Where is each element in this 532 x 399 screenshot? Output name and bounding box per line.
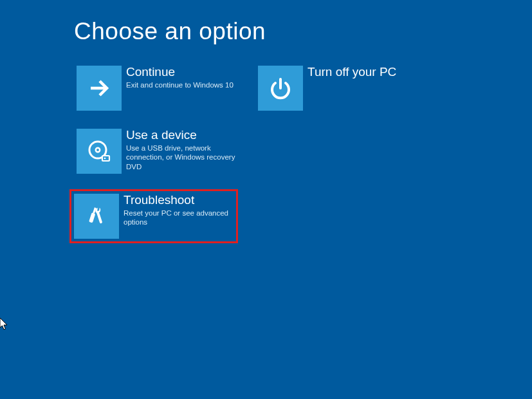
mouse-cursor-icon	[0, 318, 9, 331]
svg-point-4	[104, 158, 106, 160]
option-continue[interactable]: Continue Exit and continue to Windows 10	[74, 63, 241, 113]
options-column-right: Turn off your PC	[255, 63, 423, 243]
svg-point-2	[96, 148, 100, 152]
option-continue-text: Continue Exit and continue to Windows 10	[126, 66, 234, 89]
arrow-right-icon	[77, 66, 122, 111]
option-continue-desc: Exit and continue to Windows 10	[126, 80, 234, 89]
svg-rect-6	[89, 212, 95, 223]
page-title: Choose an option	[74, 18, 532, 45]
option-continue-title: Continue	[126, 66, 234, 79]
option-turn-off[interactable]: Turn off your PC	[255, 63, 423, 113]
svg-rect-3	[102, 156, 109, 161]
option-troubleshoot-desc: Reset your PC or see advanced options	[124, 209, 233, 227]
power-icon	[258, 66, 303, 111]
option-troubleshoot-text: Troubleshoot Reset your PC or see advanc…	[124, 194, 233, 227]
option-use-device-desc: Use a USB drive, network connection, or …	[126, 144, 235, 171]
option-troubleshoot-title: Troubleshoot	[124, 194, 233, 207]
option-use-device-title: Use a device	[126, 129, 235, 142]
option-turn-off-text: Turn off your PC	[307, 66, 396, 80]
option-troubleshoot[interactable]: Troubleshoot Reset your PC or see advanc…	[69, 189, 238, 243]
recovery-screen: Choose an option Continue Exit and conti…	[0, 0, 532, 243]
options-grid: Continue Exit and continue to Windows 10	[74, 63, 532, 243]
option-use-device-text: Use a device Use a USB drive, network co…	[126, 129, 235, 171]
option-use-device[interactable]: Use a device Use a USB drive, network co…	[74, 126, 241, 176]
options-column-left: Continue Exit and continue to Windows 10	[74, 63, 241, 243]
option-turn-off-title: Turn off your PC	[307, 66, 396, 79]
disc-device-icon	[77, 129, 122, 174]
tools-icon	[74, 194, 119, 239]
